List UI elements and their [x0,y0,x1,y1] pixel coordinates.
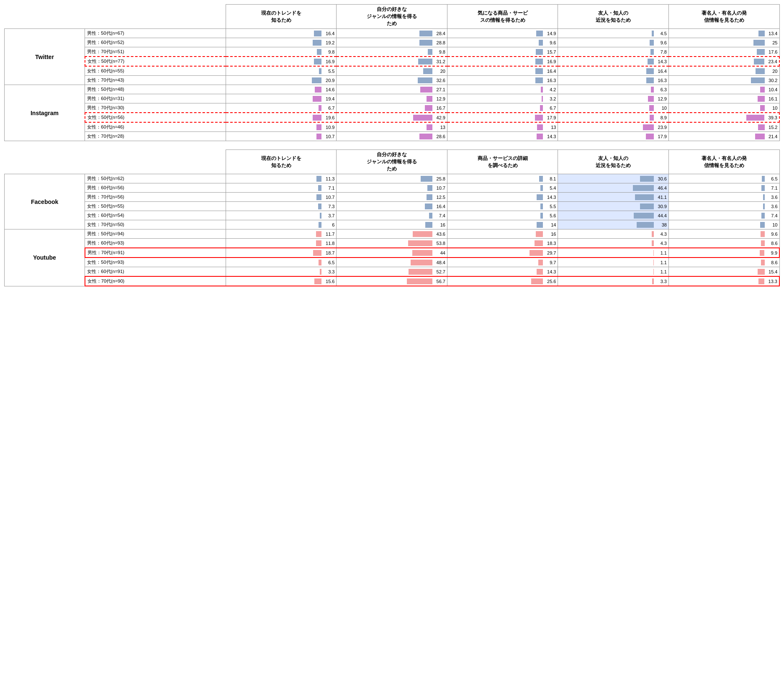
table-row: 女性：70代(n=28) 10.7 28.6 14.3 [5,132,780,141]
table-row: 男性：60代(n=52) 19.2 28.8 9.6 [5,38,780,47]
value-cell: 15.2 [668,122,779,132]
value-text: 14.3 [655,59,667,64]
bar [653,260,654,265]
value-text: 44 [434,250,445,255]
row-label: 女性：60代(n=46) [85,122,226,132]
value-text: 56.7 [434,279,445,284]
value-text: 11.3 [323,176,334,181]
value-cell: 16.9 [226,57,337,66]
value-text: 15.7 [544,49,556,54]
bar [537,124,543,130]
value-text: 29.7 [544,250,556,255]
table-row: 女性：60代(n=55) 5.5 20 16.4 [5,66,780,76]
bar [758,124,765,130]
value-text: 15.2 [766,125,778,130]
bar [318,204,321,209]
bar [542,96,543,102]
bar [314,278,321,284]
table-row: 女性：70代(n=50) 6 16 14 [5,220,780,229]
bar [754,59,764,64]
value-cell: 9.8 [226,47,337,57]
value-cell: 25 [668,38,779,47]
bar [413,231,432,237]
table-row: 女性：70代(n=43) 20.9 32.6 16.3 [5,76,780,85]
value-text: 12.9 [655,96,667,101]
bar [411,260,432,265]
row-label: 男性：50代(n=94) [85,229,226,239]
bar [652,278,654,284]
value-text: 7.1 [766,185,778,191]
value-text: 17.6 [766,49,778,54]
value-cell: 12.9 [337,94,447,103]
value-text: 28.8 [434,40,445,45]
bar [763,194,765,200]
value-text: 10.4 [766,87,778,92]
value-cell: 5.5 [447,202,558,211]
value-text: 9.9 [766,250,777,255]
value-text: 18.7 [323,250,334,255]
value-text: 17.9 [655,134,667,139]
bar [419,40,432,46]
value-cell: 10.4 [668,85,779,94]
value-text: 9.8 [434,49,445,54]
value-text: 20 [434,69,445,74]
value-text: 6.5 [766,176,778,181]
bar [652,31,654,36]
row-label: 女性：50代(n=93) [85,258,226,267]
bar [746,115,764,121]
value-text: 16.3 [655,78,667,83]
value-text: 9.8 [323,49,334,54]
bar [408,240,432,246]
value-text: 3.2 [544,96,556,101]
value-cell: 5.5 [226,66,337,76]
value-text: 16.4 [544,69,556,74]
value-cell: 25.6 [447,276,558,286]
value-text: 8.6 [766,241,778,246]
bar [317,49,321,55]
bar [427,185,432,191]
value-cell: 14.9 [447,29,558,38]
value-text: 10.7 [434,185,445,191]
bar [421,176,432,182]
bar [425,222,432,228]
value-cell: 4.5 [558,29,669,38]
row-label: 女性：70代(n=28) [85,132,226,141]
bar [535,59,543,64]
value-cell: 9.6 [558,38,669,47]
value-text: 16.4 [434,204,445,209]
bar [412,250,432,256]
bar [634,213,654,219]
value-cell: 20 [668,66,779,76]
row-label: 男性：60代(n=52) [85,38,226,47]
value-text: 7.8 [655,49,667,54]
value-text: 16.7 [434,106,445,111]
value-cell: 16.4 [558,66,669,76]
value-cell: 30.2 [668,76,779,85]
value-text: 25.8 [434,176,445,181]
bar [314,31,321,36]
value-text: 14.3 [544,195,556,200]
value-cell: 13 [337,122,447,132]
value-cell: 9.6 [447,38,558,47]
row-label: 女性：60代(n=91) [85,267,226,277]
value-cell: 6.3 [558,85,669,94]
value-cell: 3.3 [226,267,337,277]
value-text: 27.1 [434,87,445,92]
value-cell: 14.3 [447,132,558,141]
bar [755,134,765,139]
table-row: Instagram男性：50代(n=48) 14.6 27.1 4.2 [5,85,780,94]
value-cell: 14 [447,220,558,229]
corner-header [5,5,226,29]
col-header-4: 著名人・有名人の発信情報を見るため [668,5,779,29]
bar [640,176,654,182]
col-header-0: 現在のトレンドを知るため [226,5,337,29]
value-cell: 17.9 [558,132,669,141]
bar [319,68,321,74]
bar [751,77,765,83]
bar [531,278,543,284]
bar [535,240,543,246]
row-label: 男性：60代(n=31) [85,94,226,103]
value-text: 30.6 [655,176,667,181]
bar [315,87,321,93]
bar [540,204,543,209]
